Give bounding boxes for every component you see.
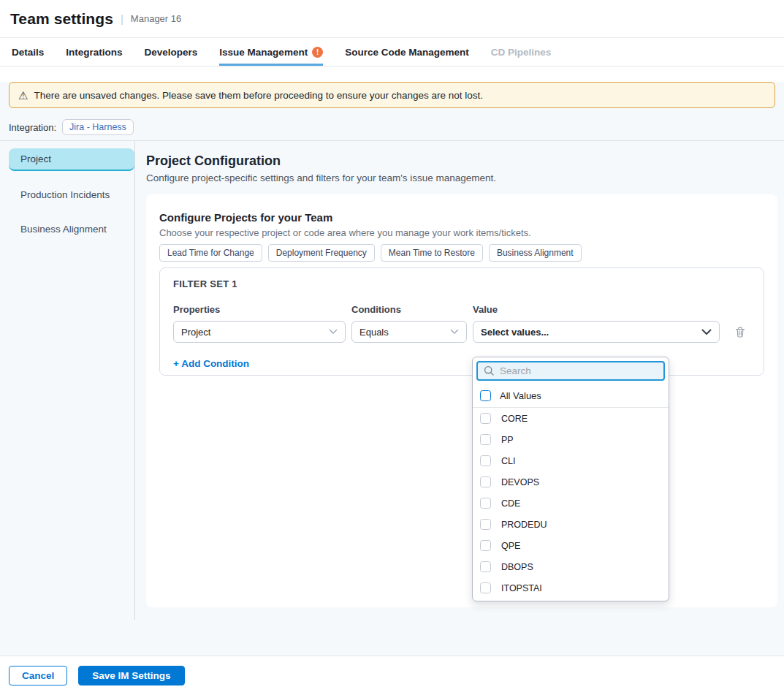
tab-issue-management[interactable]: Issue Management ! <box>219 38 323 66</box>
value-dropdown-panel: All Values CORE PP CLI DEVOPS CDE PRODED… <box>472 357 669 601</box>
option-pp[interactable]: PP <box>473 429 669 450</box>
chevron-down-icon <box>450 329 459 335</box>
integration-label: Integration: <box>9 122 56 133</box>
warning-icon: ⚠ <box>18 90 28 101</box>
all-values-option[interactable]: All Values <box>473 385 669 408</box>
checkbox[interactable] <box>480 455 491 466</box>
page-header: Team settings | Manager 16 <box>0 0 784 38</box>
trash-icon <box>734 326 746 338</box>
properties-select[interactable]: Project <box>173 321 346 343</box>
option-core[interactable]: CORE <box>473 408 669 429</box>
section-subtitle: Configure project-specific settings and … <box>146 172 784 183</box>
tab-cd-pipelines: CD Pipelines <box>491 38 552 66</box>
checkbox[interactable] <box>480 519 491 530</box>
column-value: Value <box>473 304 720 315</box>
option-devops[interactable]: DEVOPS <box>473 471 669 493</box>
filter-set-1: FILTER SET 1 Properties Conditions Value… <box>159 267 764 376</box>
checkbox[interactable] <box>480 476 491 487</box>
filter-set-title: FILTER SET 1 <box>173 278 750 289</box>
footer-actions: Cancel Save IM Settings <box>0 656 784 695</box>
checkbox[interactable] <box>480 413 491 424</box>
card-title: Configure Projects for your Team <box>159 211 764 224</box>
conditions-select[interactable]: Equals <box>351 321 467 343</box>
dropdown-search-input[interactable] <box>500 365 658 376</box>
chip-mean-time-to-restore[interactable]: Mean Time to Restore <box>381 244 483 262</box>
option-dbops[interactable]: DBOPS <box>473 556 669 577</box>
option-qpe[interactable]: QPE <box>473 535 669 556</box>
all-values-checkbox[interactable] <box>480 390 491 401</box>
checkbox[interactable] <box>480 561 491 572</box>
chip-business-alignment[interactable]: Business Alignment <box>489 244 582 262</box>
main-panel: Project Configuration Configure project-… <box>135 141 784 620</box>
banner-text: There are unsaved changes. Please save t… <box>34 90 483 101</box>
delete-condition-button[interactable] <box>734 326 750 338</box>
sidebar-item-business-alignment[interactable]: Business Alignment <box>9 219 134 240</box>
checkbox[interactable] <box>480 582 491 593</box>
title-separator: | <box>121 12 123 25</box>
tab-developers[interactable]: Developers <box>145 38 198 66</box>
settings-tabbar: Details Integrations Developers Issue Ma… <box>0 38 784 67</box>
unsaved-changes-badge-icon: ! <box>312 47 323 58</box>
search-icon <box>484 365 495 376</box>
checkbox[interactable] <box>480 540 491 551</box>
option-itopstai[interactable]: ITOPSTAI <box>473 577 669 599</box>
checkbox[interactable] <box>480 434 491 445</box>
sidebar-item-production-incidents[interactable]: Production Incidents <box>9 184 134 205</box>
chip-deployment-frequency[interactable]: Deployment Frequency <box>268 244 375 262</box>
tab-source-code-management[interactable]: Source Code Management <box>345 38 469 66</box>
settings-sidebar: Project Production Incidents Business Al… <box>0 141 135 620</box>
team-settings-page: Team settings | Manager 16 Details Integ… <box>0 0 784 695</box>
column-conditions: Conditions <box>351 304 467 315</box>
chip-lead-time-for-change[interactable]: Lead Time for Change <box>159 244 262 262</box>
unsaved-changes-banner: ⚠ There are unsaved changes. Please save… <box>9 82 775 108</box>
integration-row: Integration: Jira - Harness <box>9 119 775 135</box>
filter-column-headers: Properties Conditions Value <box>173 304 750 315</box>
metric-chip-row: Lead Time for Change Deployment Frequenc… <box>159 244 764 262</box>
sidebar-item-project[interactable]: Project <box>9 148 134 171</box>
configure-projects-card: Configure Projects for your Team Choose … <box>146 194 777 607</box>
page-title: Team settings <box>10 10 113 28</box>
value-multiselect[interactable]: Select values... <box>473 321 720 343</box>
cancel-button[interactable]: Cancel <box>9 666 67 685</box>
column-properties: Properties <box>173 304 346 315</box>
tab-details[interactable]: Details <box>12 38 44 66</box>
option-prodedu[interactable]: PRODEDU <box>473 514 669 535</box>
integration-chip-jira-harness[interactable]: Jira - Harness <box>62 119 134 135</box>
filter-condition-row: Project Equals Select values... <box>173 321 750 343</box>
team-name-label: Manager 16 <box>131 13 181 24</box>
checkbox[interactable] <box>480 498 491 509</box>
section-title: Project Configuration <box>146 153 784 169</box>
option-pipe[interactable]: PIPE <box>473 599 669 601</box>
option-cli[interactable]: CLI <box>473 450 669 471</box>
option-cde[interactable]: CDE <box>473 493 669 514</box>
chevron-down-icon <box>329 329 338 335</box>
tab-integrations[interactable]: Integrations <box>66 38 122 66</box>
chevron-down-icon <box>701 329 712 335</box>
dropdown-search-box <box>476 361 665 381</box>
save-im-settings-button[interactable]: Save IM Settings <box>78 666 184 685</box>
card-subtitle: Choose your respective project or code a… <box>159 227 764 238</box>
add-condition-button[interactable]: + Add Condition <box>173 358 249 369</box>
